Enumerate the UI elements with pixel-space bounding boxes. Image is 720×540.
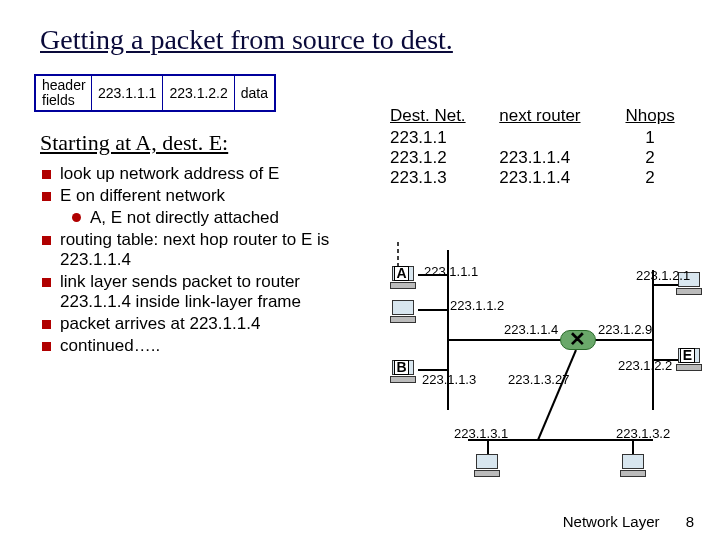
packet-hdr-line2: fields — [42, 93, 85, 108]
bullet-item: look up network address of E — [40, 164, 370, 184]
packet-hdr-line1: header — [42, 78, 85, 93]
svg-line-12 — [538, 350, 576, 440]
host-icon — [390, 300, 416, 322]
cell-hops: 2 — [616, 168, 690, 188]
bullet-item: continued….. — [40, 336, 370, 356]
bullet-item: packet arrives at 223.1.1.4 — [40, 314, 370, 334]
cell-router: 223.1.1.4 — [499, 168, 616, 188]
slide-footer: Network Layer 8 — [563, 513, 694, 530]
sub-bullet-item: A, E not directly attached — [70, 208, 370, 228]
routing-th-dest: Dest. Net. — [390, 106, 499, 128]
host-a-tag: A — [394, 266, 409, 281]
ip-label: 223.1.2.9 — [598, 322, 652, 337]
ip-label: 223.1.3.2 — [616, 426, 670, 441]
cell-router: 223.1.1.4 — [499, 148, 616, 168]
host-icon — [620, 454, 646, 476]
footer-section: Network Layer — [563, 513, 660, 530]
host-e-tag: E — [680, 348, 695, 363]
ip-label: 223.1.1.4 — [504, 322, 558, 337]
packet-dst-ip: 223.1.2.2 — [163, 76, 234, 110]
host-b-tag: B — [394, 360, 409, 375]
ip-label: 223.1.2.1 — [636, 268, 690, 283]
bullet-item: link layer sends packet to router 223.1.… — [40, 272, 370, 312]
ip-label: 223.1.1.1 — [424, 264, 478, 279]
packet-src-ip: 223.1.1.1 — [92, 76, 163, 110]
table-row: 223.1.1 1 — [390, 128, 690, 148]
cell-net: 223.1.2 — [390, 148, 499, 168]
host-a-icon: A — [390, 266, 416, 288]
cell-net: 223.1.1 — [390, 128, 499, 148]
bullet-list: look up network address of E E on differ… — [40, 164, 370, 356]
host-icon — [474, 454, 500, 476]
packet-data: data — [235, 76, 274, 110]
bullet-item: routing table: next hop router to E is 2… — [40, 230, 370, 270]
footer-page-number: 8 — [686, 513, 694, 530]
bullet-text: E on different network — [60, 186, 225, 205]
network-diagram: ✕ A B E 223.1.1.1 223.1.1.2 223.1.1.3 22… — [378, 240, 708, 480]
cell-hops: 1 — [616, 128, 690, 148]
ip-label: 223.1.1.2 — [450, 298, 504, 313]
page-title: Getting a packet from source to dest. — [40, 24, 692, 56]
table-row: 223.1.2 223.1.1.4 2 — [390, 148, 690, 168]
host-b-icon: B — [390, 360, 416, 382]
routing-th-hops: Nhops — [616, 106, 690, 128]
cell-router — [499, 128, 616, 148]
host-e-icon: E — [676, 348, 702, 370]
ip-label: 223.1.3.27 — [508, 372, 569, 387]
packet-header-fields: header fields — [36, 76, 92, 110]
ip-label: 223.1.3.1 — [454, 426, 508, 441]
router-x: ✕ — [569, 327, 586, 351]
ip-label: 223.1.1.3 — [422, 372, 476, 387]
packet-structure: header fields 223.1.1.1 223.1.2.2 data — [34, 74, 276, 112]
cell-net: 223.1.3 — [390, 168, 499, 188]
bullet-item: E on different network A, E not directly… — [40, 186, 370, 228]
routing-table: Dest. Net. next router Nhops 223.1.1 1 2… — [390, 106, 690, 188]
router-icon: ✕ — [560, 330, 596, 350]
cell-hops: 2 — [616, 148, 690, 168]
routing-th-next: next router — [499, 106, 616, 128]
ip-label: 223.1.2.2 — [618, 358, 672, 373]
table-row: 223.1.3 223.1.1.4 2 — [390, 168, 690, 188]
